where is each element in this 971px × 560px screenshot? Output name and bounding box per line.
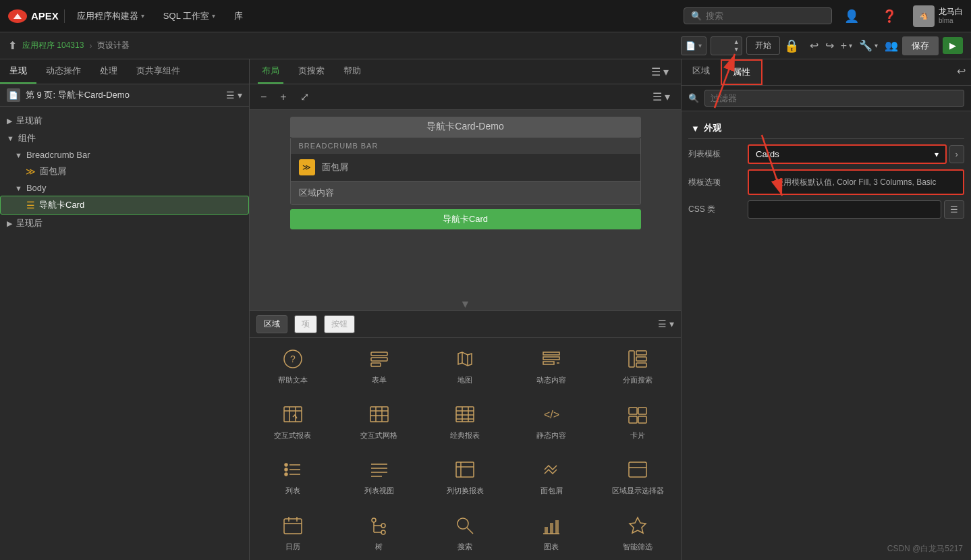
zoom-out-button[interactable]: − [256,89,271,105]
tree-item-render-after[interactable]: ▶ 呈现后 [0,215,249,232]
grid-item-irr[interactable]: 交互式报表 [250,393,336,449]
page-number-input[interactable]: 9 [711,40,731,51]
page-num-box: 9 ▲ ▼ [711,36,742,55]
tab-item[interactable]: 项 [294,315,317,333]
grid-item-tree[interactable]: 树 [336,505,422,560]
tab-dynamic[interactable]: 动态操作 [36,59,90,84]
tree-item-component[interactable]: ▼ 组件 [0,130,249,147]
css-class-button[interactable]: ☰ [944,200,964,219]
help-icon[interactable]: ❓ [875,6,904,26]
navcard-component[interactable]: 导航卡Card [290,209,641,229]
grid-item-region-display[interactable]: 区域显示选择器 [594,449,681,504]
tab-render[interactable]: 呈现 [0,59,36,84]
search-bar[interactable]: 🔍 [684,7,832,24]
tree-item-breadcrumb-bar[interactable]: ▼ Breadcrumb Bar [0,147,249,163]
nav-divider-1 [64,9,65,23]
sql-workshop-menu[interactable]: SQL 工作室 ▾ [157,7,222,25]
tab-help[interactable]: 帮助 [339,59,365,84]
grid-item-chart[interactable]: 图表 [508,505,594,560]
list-view-icon [367,457,391,482]
region-content-label: 区域内容 [299,187,334,199]
zoom-in-button[interactable]: + [276,89,290,105]
profile-icon[interactable]: 👤 [837,6,866,26]
css-class-input[interactable] [748,200,941,219]
user-button[interactable]: 👥 [885,39,898,52]
list-template-value: Cards ▾ › [748,144,964,164]
svg-point-36 [285,468,287,471]
tree-item-navcard[interactable]: ☰ 导航卡Card [0,196,249,215]
grid-item-pivot[interactable]: 列切换报表 [422,449,509,504]
list-view-label: 列表视图 [364,486,394,495]
tab-layout[interactable]: 布局 [258,59,283,84]
library-menu[interactable]: 库 [227,7,250,25]
layout-menu-button[interactable]: ☰ ▾ [647,63,673,80]
start-button[interactable]: 开始 [746,36,780,55]
run-button[interactable]: ▶ [943,37,963,54]
tab-shared[interactable]: 页共享组件 [127,59,190,84]
page-down-arrow[interactable]: ▼ [731,46,742,53]
grid-item-card[interactable]: 卡片 [594,393,681,449]
svg-rect-3 [371,358,387,361]
grid-item-classic-report[interactable]: 经典报表 [422,393,509,449]
breadcrumb-sep: › [89,41,92,51]
redo-button[interactable]: ↪ [825,39,834,52]
svg-rect-15 [284,407,302,422]
grid-item-calendar[interactable]: 日历 [250,505,336,560]
app-breadcrumb[interactable]: 应用程序 104313 [22,40,84,51]
expand-icon: ▼ [7,134,14,142]
svg-point-55 [381,524,385,528]
tree-label: 树 [375,542,383,551]
breadcrumb2-icon [539,457,563,482]
template-options-text[interactable]: 使用模板默认值, Color Fill, 3 Columns, Basic [748,169,964,195]
grid-item-breadcrumb[interactable]: 面包屑 [508,449,594,504]
breadcrumb2-label: 面包屑 [540,486,563,495]
lock-icon[interactable]: 🔒 [784,38,799,53]
grid-item-help[interactable]: ? 帮助文本 [250,338,336,393]
template-navigate-button[interactable]: › [949,145,964,163]
grid-item-ig[interactable]: 交互式网格 [336,393,422,449]
tab-process[interactable]: 处理 [90,59,127,84]
grid-item-static[interactable]: </> 静态内容 [508,393,594,449]
tab-pagesearch[interactable]: 页搜索 [294,59,329,84]
grid-item-smart-filter[interactable]: 智能筛选 [594,505,681,560]
page-up-arrow[interactable]: ▲ [731,38,742,46]
grid-item-dynamic[interactable]: 动态内容 [508,338,594,393]
add-button[interactable]: + ▾ [841,40,852,52]
tab-region-right[interactable]: 区域 [682,59,721,85]
user-avatar[interactable]: 🐴 龙马白 blma [913,5,963,27]
tree-item-breadcrumb[interactable]: ≫ 面包屑 [0,163,249,180]
svg-line-61 [467,528,473,534]
tree-label: 呈现后 [16,217,43,229]
tab-button[interactable]: 按钮 [324,315,355,333]
filter-input[interactable] [704,90,964,107]
app-builder-menu[interactable]: 应用程序构建器 ▾ [70,7,151,25]
svg-rect-9 [543,362,554,364]
undo-button[interactable]: ↩ [810,39,819,52]
grid-item-map[interactable]: 地图 [422,338,509,393]
list-template-select[interactable]: Cards ▾ [748,144,947,164]
search-input[interactable] [706,11,825,21]
grid-item-listview[interactable]: 列表视图 [336,449,422,504]
right-panel-back-button[interactable]: ↩ [957,65,966,78]
tab-region[interactable]: 区域 [256,315,287,333]
tab-attributes[interactable]: 属性 [721,59,762,85]
expand-button[interactable]: ⤢ [296,88,313,105]
search-icon [453,513,477,538]
tree-item-body[interactable]: ▼ Body [0,180,249,196]
save-button[interactable]: 保存 [902,36,939,55]
left-panel: 呈现 动态操作 处理 页共享组件 📄 第 9 页: 导航卡Card-Demo ☰… [0,59,250,560]
bottom-menu-button[interactable]: ☰ ▾ [658,318,674,329]
canvas-menu-button[interactable]: ☰ ▾ [648,88,674,105]
grid-item-list[interactable]: 列表 [250,449,336,504]
tree-item-render-before[interactable]: ▶ 呈现前 [0,112,249,130]
region-content-row[interactable]: 区域内容 [291,181,640,204]
breadcrumb-row-component[interactable]: ≫ 面包屑 [291,154,640,181]
apex-logo[interactable]: APEX [8,9,59,23]
svg-point-37 [285,473,287,476]
grid-item-facet[interactable]: 分面搜索 [594,338,681,393]
grid-item-form[interactable]: 表单 [336,338,422,393]
navcard-label: 导航卡Card [290,209,641,229]
tools-button[interactable]: 🔧 ▾ [859,39,878,52]
grid-item-search[interactable]: 搜索 [422,505,509,560]
page-menu-button[interactable]: ☰ ▾ [226,90,242,101]
